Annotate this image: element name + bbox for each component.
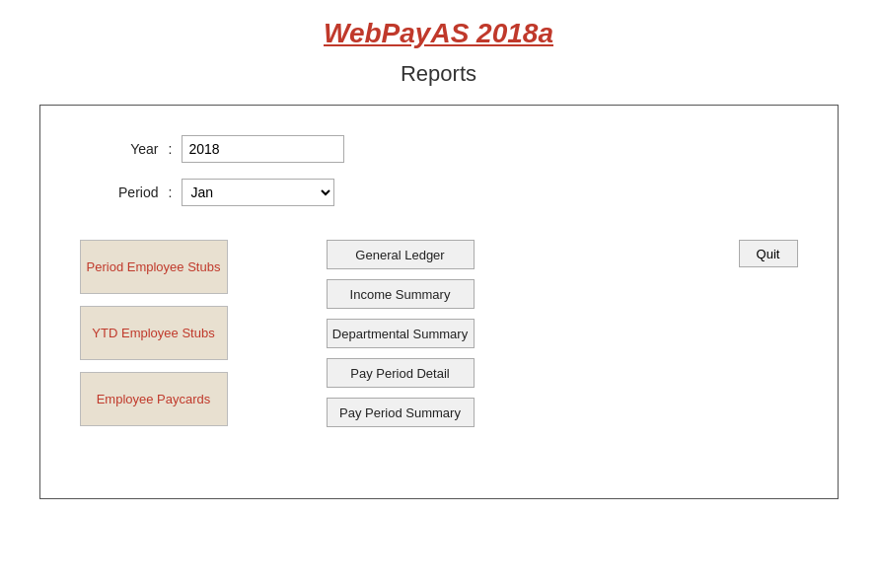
buttons-row: Period Employee Stubs YTD Employee Stubs…	[80, 240, 798, 427]
quit-area: Quit	[739, 240, 798, 295]
period-colon: :	[169, 184, 173, 200]
pay-period-detail-button[interactable]: Pay Period Detail	[327, 358, 475, 388]
employee-paycards-button[interactable]: Employee Paycards	[80, 372, 228, 426]
year-label: Year	[80, 141, 159, 157]
year-input[interactable]	[182, 135, 344, 163]
left-buttons: Period Employee Stubs YTD Employee Stubs…	[80, 240, 228, 426]
app-title: WebPayAS 2018a	[324, 18, 553, 49]
period-label: Period	[80, 184, 159, 200]
period-row: Period : Jan Feb Mar Apr May Jun Jul Aug…	[80, 179, 798, 206]
general-ledger-button[interactable]: General Ledger	[327, 240, 475, 269]
year-colon: :	[169, 141, 173, 157]
page-wrapper: WebPayAS 2018a Reports Year : Period : J…	[0, 0, 877, 588]
right-buttons: General Ledger Income Summary Department…	[327, 240, 699, 427]
quit-button[interactable]: Quit	[739, 240, 798, 267]
departmental-summary-button[interactable]: Departmental Summary	[327, 319, 475, 348]
income-summary-button[interactable]: Income Summary	[327, 279, 475, 309]
ytd-employee-stubs-button[interactable]: YTD Employee Stubs	[80, 306, 228, 360]
year-row: Year :	[80, 135, 798, 163]
main-box: Year : Period : Jan Feb Mar Apr May Jun …	[39, 105, 839, 499]
period-employee-stubs-button[interactable]: Period Employee Stubs	[80, 240, 228, 294]
period-select[interactable]: Jan Feb Mar Apr May Jun Jul Aug Sep Oct …	[182, 179, 334, 206]
page-heading: Reports	[401, 61, 476, 87]
pay-period-summary-button[interactable]: Pay Period Summary	[327, 398, 475, 427]
